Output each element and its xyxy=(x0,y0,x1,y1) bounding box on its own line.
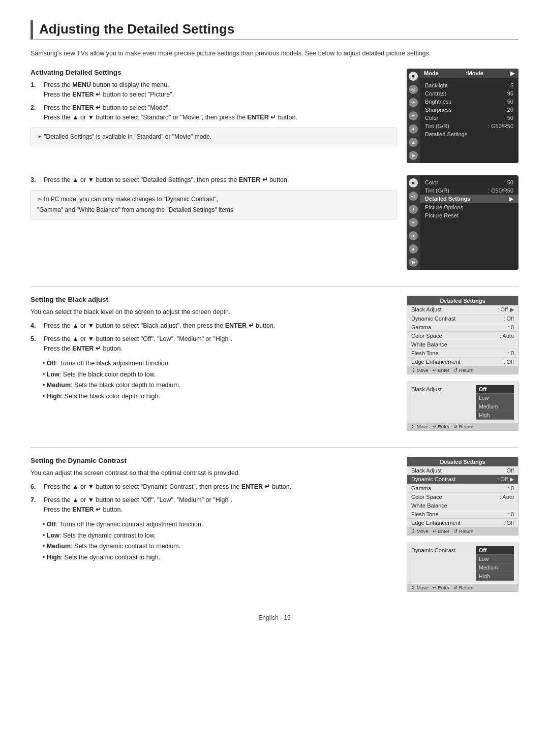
step3-right: ■ ◎ ☀ ✦ ♦ ▲ ▶ Color: 50 Tint (G/R): G50/… xyxy=(407,175,518,277)
dynamic-contrast-section: Setting the Dynamic Contrast You can adj… xyxy=(30,457,518,599)
black-adjust-desc: You can select the black level on the sc… xyxy=(30,307,396,317)
dynamic-contrast-steps: 6. Press the ▲ or ▼ button to select "Dy… xyxy=(30,482,396,515)
ds2-row-dyncontrast: Dynamic Contrast: Off▶ xyxy=(407,475,518,484)
ds-row-gamma: Gamma: 0 xyxy=(407,323,518,332)
tv-header-1: Mode :Movie ▶ xyxy=(420,69,518,78)
black-adjust-right: Detailed Settings Black Adjust: Off▶ Dyn… xyxy=(407,296,518,438)
dropdown-opt-high-1: High xyxy=(476,411,514,420)
step-4-text: Press the ▲ or ▼ button to select "Black… xyxy=(44,321,275,331)
dropdown-label-1: Black Adjust xyxy=(411,385,476,393)
dynamic-contrast-desc: You can adjust the screen contrast so th… xyxy=(30,468,396,478)
step-7-text: Press the ▲ or ▼ button to select "Off",… xyxy=(44,495,232,515)
activating-steps: 1. Press the MENU button to display the … xyxy=(30,80,396,122)
dropdown-ba-label: Black Adjust xyxy=(411,385,476,393)
bullet-high-1: High: Sets the black color depth to high… xyxy=(43,392,396,401)
ds-row-whitebal: White Balance xyxy=(407,340,518,349)
dropdown-footer-1: ⇕ Move ↵ Enter ↺ Return xyxy=(407,423,518,430)
settings-icon: ✦ xyxy=(409,111,418,120)
tv-screen-1: ■ ◎ ☀ ✦ ♦ ▲ ▶ Mode :Movie ▶ xyxy=(407,69,518,163)
ds-footer-1: ⇕ Move ↵ Enter ↺ Return xyxy=(407,366,518,374)
divider-1 xyxy=(30,286,518,287)
contrast-icon: ◎ xyxy=(409,85,418,94)
tv-row-color: Color: 50 xyxy=(420,114,518,122)
tint-icon-2: ▲ xyxy=(409,244,418,254)
dd-footer-move-1: ⇕ Move xyxy=(411,424,429,429)
tv-menu-1: Backlight: 5 Contrast: 95 Brightness: 50… xyxy=(420,78,518,141)
ds-row-edgeenh: Edge Enhancement: Off xyxy=(407,358,518,366)
ds2-row-edgeenh: Edge Enhancement: Off xyxy=(407,519,518,527)
bullet-off-2: Off: Turns off the dynamic contrast adju… xyxy=(43,520,396,529)
step3-left: 3. Press the ▲ or ▼ button to select "De… xyxy=(30,175,396,277)
step-5-text: Press the ▲ or ▼ button to select "Off",… xyxy=(44,334,232,354)
bullet-high-2: High: Sets the dynamic contrast to high. xyxy=(43,553,396,562)
tv-row-picreset: Picture Reset xyxy=(420,211,518,219)
step-4-num: 4. xyxy=(30,321,42,331)
picture-icon: ■ xyxy=(409,72,418,81)
ds2-footer-enter: ↵ Enter xyxy=(433,528,449,534)
tv-content-1: Mode :Movie ▶ Backlight: 5 Contrast: 95 … xyxy=(420,69,518,163)
contrast-icon-2: ◎ xyxy=(409,192,418,201)
step-2-text: Press the ENTER ↵ button to select "Mode… xyxy=(44,103,297,122)
dynamic-contrast-right: Detailed Settings Black AdjustOff Dynami… xyxy=(407,457,518,599)
dd-footer-move-2: ⇕ Move xyxy=(411,585,429,590)
dropdown-opt-medium-1: Medium xyxy=(476,402,514,411)
tv-row-color2: Color: 50 xyxy=(420,178,518,186)
activating-left: Activating Detailed Settings 1. Press th… xyxy=(30,69,396,170)
tv-sidebar-1: ■ ◎ ☀ ✦ ♦ ▲ ▶ Mode :Movie ▶ xyxy=(407,69,518,163)
dynamic-contrast-title: Setting the Dynamic Contrast xyxy=(30,457,396,464)
tv-header-row: Mode :Movie ▶ xyxy=(424,70,514,77)
step3-list: 3. Press the ▲ or ▼ button to select "De… xyxy=(30,175,396,185)
ds-footer-move: ⇕ Move xyxy=(411,367,429,373)
step-3: 3. Press the ▲ or ▼ button to select "De… xyxy=(30,175,396,185)
ds-screen-1: Detailed Settings Black Adjust: Off▶ Dyn… xyxy=(407,296,518,374)
bullet-medium-2: Medium: Sets the dynamic contrast to med… xyxy=(43,542,396,551)
ds-header-1: Detailed Settings xyxy=(407,296,518,305)
color-icon: ♦ xyxy=(409,124,418,134)
ds-row-dyncontrast: Dynamic Contrast: Off xyxy=(407,314,518,323)
dropdown-opt-off-2: Off xyxy=(476,546,514,555)
dropdown-content-1: Black Adjust Off Low Medium High xyxy=(407,382,518,423)
black-adjust-bullets: Off: Turns off the black adjustment func… xyxy=(43,359,396,401)
detail-icon-2: ▶ xyxy=(409,258,418,267)
tint-icon: ▲ xyxy=(409,138,418,147)
page-title: Adjusting the Detailed Settings xyxy=(30,20,518,40)
activating-section: Activating Detailed Settings 1. Press th… xyxy=(30,69,518,170)
tv-row-detailed: Detailed Settings xyxy=(420,130,518,138)
ds2-row-whitebal: White Balance xyxy=(407,501,518,510)
brightness-icon-2: ☀ xyxy=(409,205,418,214)
tv-row-contrast: Contrast: 95 xyxy=(420,89,518,98)
dropdown-opt-low-2: Low xyxy=(476,555,514,563)
dropdown-options-2: Off Low Medium High xyxy=(476,546,514,581)
step-5-num: 5. xyxy=(30,334,42,344)
step-1-text: Press the MENU button to display the men… xyxy=(44,80,174,100)
ds2-footer-move: ⇕ Move xyxy=(411,528,429,534)
tv-header-label: Mode xyxy=(424,70,439,76)
intro-text: Samsung's new TVs allow you to make even… xyxy=(30,49,518,58)
dropdown-opt-off-1: Off xyxy=(476,385,514,394)
activating-title: Activating Detailed Settings xyxy=(30,69,396,76)
ds-footer-enter: ↵ Enter xyxy=(433,367,449,373)
ds-row-blackadjust: Black Adjust: Off▶ xyxy=(407,305,518,314)
dropdown-content-2: Dynamic Contrast Off Low Medium High xyxy=(407,543,518,584)
dd-footer-return-1: ↺ Return xyxy=(453,424,473,429)
step3-note-line2: "Gamma" and "White Balance" from among t… xyxy=(37,205,390,215)
tv-content-2: Color: 50 Tint (G/R): G50/R50 Detailed S… xyxy=(420,175,518,270)
ds-footer-2: ⇕ Move ↵ Enter ↺ Return xyxy=(407,527,518,535)
bullet-low-2: Low: Sets the dynamic contrast to low. xyxy=(43,531,396,541)
dropdown-opt-high-2: High xyxy=(476,572,514,581)
step-3-text: Press the ▲ or ▼ button to select "Detai… xyxy=(44,175,289,185)
dropdown-opt-medium-2: Medium xyxy=(476,563,514,572)
black-adjust-title: Setting the Black adjust xyxy=(30,296,396,303)
black-adjust-left: Setting the Black adjust You can select … xyxy=(30,296,396,438)
dropdown-screen-1: Black Adjust Off Low Medium High ⇕ Move … xyxy=(407,382,518,431)
tv-icons-1: ■ ◎ ☀ ✦ ♦ ▲ ▶ xyxy=(407,69,420,163)
tv-row-sharpness: Sharpness: 20 xyxy=(420,106,518,114)
tv-screen-2: ■ ◎ ☀ ✦ ♦ ▲ ▶ Color: 50 Tint (G/R): G50/… xyxy=(407,175,518,270)
dynamic-contrast-bullets: Off: Turns off the dynamic contrast adju… xyxy=(43,520,396,562)
page-footer: English - 19 xyxy=(30,614,518,621)
dropdown-dc-label: Dynamic Contrast xyxy=(411,546,476,554)
ds-row-fleshtone: Flesh Tone: 0 xyxy=(407,349,518,358)
dropdown-options-1: Off Low Medium High xyxy=(476,385,514,420)
tv-row-brightness: Brightness: 50 xyxy=(420,98,518,106)
ds2-row-colorspace: Color Space: Auto xyxy=(407,493,518,501)
